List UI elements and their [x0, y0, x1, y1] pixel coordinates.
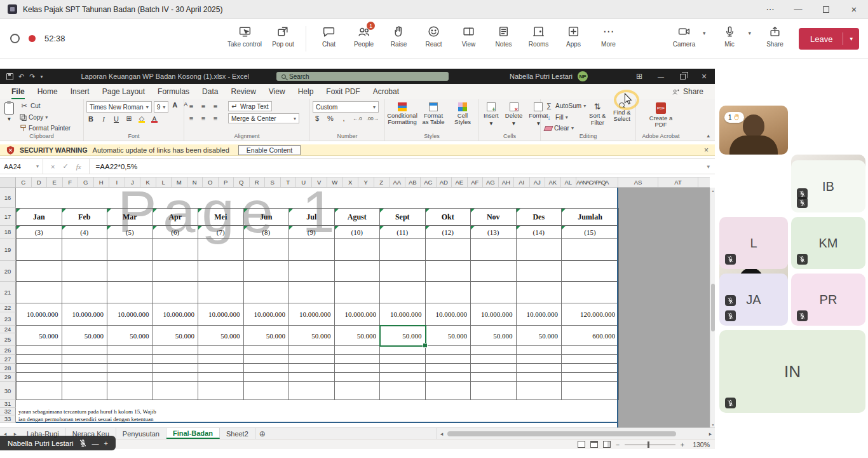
fill-button[interactable]: ↓Fill▾ [543, 113, 584, 121]
menu-tab[interactable]: Formulas [151, 85, 196, 99]
empty-cell[interactable] [289, 346, 335, 355]
value-cell[interactable]: 50.000 [198, 326, 244, 346]
month-cell[interactable]: Apr [153, 208, 199, 226]
empty-cell[interactable] [471, 239, 517, 261]
empty-cell[interactable] [153, 346, 199, 355]
column-header[interactable]: AD [437, 177, 452, 187]
empty-cell[interactable] [335, 346, 381, 355]
empty-cell[interactable] [244, 239, 290, 261]
column-header[interactable]: AE [452, 177, 468, 187]
empty-cell[interactable] [17, 282, 62, 303]
participant-tile[interactable]: KM [791, 217, 865, 269]
empty-cell[interactable] [517, 373, 562, 382]
apps-button[interactable]: Apps [556, 25, 591, 48]
empty-cell[interactable] [562, 364, 619, 373]
month-cell[interactable]: Jun [244, 208, 290, 226]
column-number-cell[interactable]: (10) [335, 226, 381, 239]
leave-button[interactable]: Leave ▾ [799, 28, 859, 50]
row-header[interactable]: 26 [0, 346, 16, 355]
zoom-slider[interactable] [625, 444, 675, 445]
paste-button[interactable]: ▾ [3, 101, 16, 132]
empty-cell[interactable] [562, 346, 619, 355]
empty-cell[interactable] [426, 382, 471, 400]
value-cell[interactable]: 50.000 [471, 326, 517, 346]
empty-cell[interactable] [17, 364, 62, 373]
column-header[interactable]: V [312, 177, 328, 187]
insert-function-icon[interactable]: fx [76, 163, 81, 170]
value-cell[interactable]: 10.000.000 [198, 303, 244, 326]
value-cell[interactable]: 10.000.000 [471, 303, 517, 326]
column-header[interactable]: O [203, 177, 219, 187]
column-header-squeezed[interactable]: AANACAPAQA [576, 177, 618, 187]
empty-cell[interactable] [289, 382, 335, 400]
column-number-cell[interactable]: (14) [517, 226, 562, 239]
month-cell[interactable]: Jumlah [562, 208, 619, 226]
cell-styles-button[interactable]: Cell Styles [450, 101, 475, 132]
empty-cell[interactable] [153, 261, 199, 282]
empty-cell[interactable] [198, 382, 244, 400]
leave-chevron-icon[interactable]: ▾ [843, 36, 859, 42]
column-header[interactable]: S [265, 177, 281, 187]
scroll-up-icon[interactable]: ▴ [710, 188, 715, 193]
stop-recording-icon[interactable] [10, 34, 20, 43]
grow-font-icon[interactable]: A [170, 101, 179, 113]
empty-cell[interactable] [517, 261, 562, 282]
empty-cell[interactable] [107, 364, 153, 373]
empty-cell[interactable] [289, 239, 335, 261]
column-header[interactable]: AH [499, 177, 515, 187]
more-button[interactable]: ⋯ More [591, 25, 626, 48]
empty-cell[interactable] [244, 346, 290, 355]
column-header[interactable]: AI [514, 177, 530, 187]
column-number-cell[interactable]: (4) [62, 226, 108, 239]
align-bottom-icon[interactable]: ≡ [211, 102, 220, 110]
empty-cell[interactable] [426, 239, 471, 261]
accounting-format-icon[interactable]: $ [313, 114, 322, 122]
row-header[interactable]: 19 [0, 239, 16, 261]
row-header[interactable]: 23 [0, 312, 16, 326]
empty-cell[interactable] [17, 382, 62, 400]
scroll-down-icon[interactable]: ▾ [710, 422, 715, 427]
column-header[interactable]: X [343, 177, 359, 187]
column-header[interactable]: P [219, 177, 234, 187]
column-header[interactable]: U [296, 177, 312, 187]
cancel-icon[interactable]: × [51, 163, 55, 170]
column-header[interactable]: Y [358, 177, 374, 187]
decrease-decimal-icon[interactable]: .00→ [367, 116, 379, 121]
sheet-tab-final-badan[interactable]: Final-Badan [166, 428, 220, 439]
column-header[interactable]: AA [390, 177, 405, 187]
sheet-tab-penyusutan[interactable]: Penyusutan [116, 428, 166, 439]
row-header[interactable]: 17 [0, 208, 16, 226]
row-header[interactable]: 21 [0, 282, 16, 303]
value-cell[interactable]: 10.000.000 [380, 303, 426, 326]
delete-cells-button[interactable]: × Delete ▾ [503, 101, 524, 132]
video-tile[interactable]: 1 [719, 106, 788, 155]
value-cell[interactable]: 10.000.000 [244, 303, 290, 326]
ribbon-display-icon[interactable]: ⊞ [628, 69, 650, 84]
row-header[interactable]: 25 [0, 333, 16, 346]
month-cell[interactable]: Mei [198, 208, 244, 226]
empty-cell[interactable] [289, 282, 335, 303]
empty-cell[interactable] [289, 364, 335, 373]
new-sheet-icon[interactable]: ⊕ [255, 428, 269, 439]
value-cell[interactable]: 10.000.000 [426, 303, 471, 326]
value-cell[interactable]: 120.000.000 [562, 303, 619, 326]
empty-cell[interactable] [244, 261, 290, 282]
empty-cell[interactable] [62, 355, 108, 364]
menu-tab[interactable]: Page Layout [96, 85, 151, 99]
menu-tab[interactable]: Acrobat [367, 85, 405, 99]
number-format-select[interactable]: Custom▾ [313, 101, 379, 113]
empty-cell[interactable] [107, 373, 153, 382]
column-number-cell[interactable]: (8) [244, 226, 290, 239]
excel-restore-button[interactable] [672, 69, 693, 84]
column-header[interactable]: I [109, 177, 125, 187]
enable-content-button[interactable]: Enable Content [238, 145, 301, 155]
empty-cell[interactable] [198, 239, 244, 261]
maximize-button[interactable] [812, 0, 840, 18]
empty-cell[interactable] [471, 346, 517, 355]
empty-cell[interactable] [17, 373, 62, 382]
column-number-cell[interactable]: (15) [562, 226, 619, 239]
empty-cell[interactable] [335, 373, 381, 382]
empty-cell[interactable] [153, 239, 199, 261]
empty-cell[interactable] [335, 282, 381, 303]
empty-cell[interactable] [198, 373, 244, 382]
